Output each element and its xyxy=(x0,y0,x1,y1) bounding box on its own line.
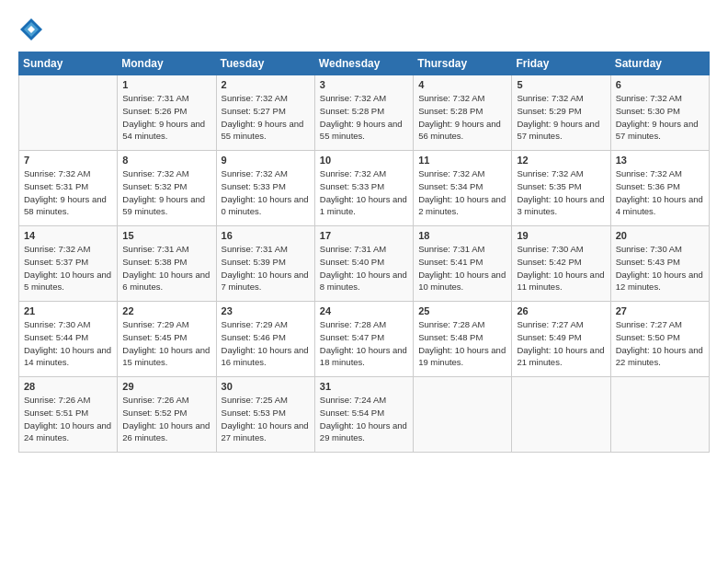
cell-info: Sunrise: 7:32 AMSunset: 5:37 PMDaylight:… xyxy=(24,243,112,293)
sunset-text: Sunset: 5:33 PM xyxy=(320,181,384,191)
day-number: 17 xyxy=(320,230,408,241)
sunrise-text: Sunrise: 7:28 AM xyxy=(418,319,484,329)
daylight-text: Daylight: 10 hours and 1 minute. xyxy=(320,194,407,217)
calendar-cell xyxy=(512,377,610,453)
daylight-text: Daylight: 9 hours and 56 minutes. xyxy=(418,119,501,142)
cell-info: Sunrise: 7:32 AMSunset: 5:28 PMDaylight:… xyxy=(320,92,408,143)
day-number: 16 xyxy=(222,230,310,241)
day-number: 26 xyxy=(517,305,605,316)
daylight-text: Daylight: 10 hours and 5 minutes. xyxy=(24,270,111,293)
cell-info: Sunrise: 7:29 AMSunset: 5:46 PMDaylight:… xyxy=(222,318,310,369)
daylight-text: Daylight: 10 hours and 2 minutes. xyxy=(418,194,506,217)
day-number: 22 xyxy=(122,305,210,316)
day-number: 2 xyxy=(222,79,310,90)
daylight-text: Daylight: 10 hours and 29 minutes. xyxy=(320,420,407,443)
sunrise-text: Sunrise: 7:29 AM xyxy=(222,319,288,329)
sunrise-text: Sunrise: 7:32 AM xyxy=(616,93,682,103)
day-number: 15 xyxy=(122,230,210,241)
calendar-cell: 26Sunrise: 7:27 AMSunset: 5:49 PMDayligh… xyxy=(512,302,610,377)
sunset-text: Sunset: 5:53 PM xyxy=(222,408,286,418)
daylight-text: Daylight: 10 hours and 22 minutes. xyxy=(616,345,703,368)
sunrise-text: Sunrise: 7:32 AM xyxy=(122,168,188,178)
sunset-text: Sunset: 5:35 PM xyxy=(517,181,581,191)
cell-info: Sunrise: 7:30 AMSunset: 5:44 PMDaylight:… xyxy=(24,318,112,369)
day-number: 23 xyxy=(222,305,310,316)
cell-info: Sunrise: 7:31 AMSunset: 5:41 PMDaylight:… xyxy=(418,243,506,293)
sunset-text: Sunset: 5:33 PM xyxy=(222,181,286,191)
daylight-text: Daylight: 10 hours and 8 minutes. xyxy=(320,270,407,293)
day-number: 4 xyxy=(418,79,506,90)
cell-info: Sunrise: 7:31 AMSunset: 5:38 PMDaylight:… xyxy=(122,243,210,293)
calendar-cell: 24Sunrise: 7:28 AMSunset: 5:47 PMDayligh… xyxy=(314,302,413,377)
day-number: 12 xyxy=(517,155,605,166)
calendar-cell: 4Sunrise: 7:32 AMSunset: 5:28 PMDaylight… xyxy=(414,75,512,151)
day-number: 19 xyxy=(517,230,605,241)
sunrise-text: Sunrise: 7:32 AM xyxy=(517,93,583,103)
day-number: 18 xyxy=(418,230,506,241)
sunset-text: Sunset: 5:44 PM xyxy=(24,332,88,342)
calendar-cell: 17Sunrise: 7:31 AMSunset: 5:40 PMDayligh… xyxy=(314,226,413,302)
calendar-cell: 18Sunrise: 7:31 AMSunset: 5:41 PMDayligh… xyxy=(414,226,512,302)
sunset-text: Sunset: 5:27 PM xyxy=(222,106,286,116)
col-header-saturday: Saturday xyxy=(610,52,709,75)
sunrise-text: Sunrise: 7:32 AM xyxy=(418,168,484,178)
cell-info: Sunrise: 7:24 AMSunset: 5:54 PMDaylight:… xyxy=(320,394,408,444)
calendar-cell: 30Sunrise: 7:25 AMSunset: 5:53 PMDayligh… xyxy=(216,377,314,453)
sunrise-text: Sunrise: 7:32 AM xyxy=(320,168,386,178)
daylight-text: Daylight: 10 hours and 11 minutes. xyxy=(517,270,604,293)
daylight-text: Daylight: 10 hours and 21 minutes. xyxy=(517,345,604,368)
calendar-cell: 19Sunrise: 7:30 AMSunset: 5:42 PMDayligh… xyxy=(512,226,610,302)
daylight-text: Daylight: 10 hours and 27 minutes. xyxy=(222,420,309,443)
sunset-text: Sunset: 5:32 PM xyxy=(122,181,187,191)
sunset-text: Sunset: 5:34 PM xyxy=(418,181,483,191)
day-number: 8 xyxy=(122,155,210,166)
cell-info: Sunrise: 7:32 AMSunset: 5:32 PMDaylight:… xyxy=(122,167,210,218)
sunset-text: Sunset: 5:26 PM xyxy=(122,106,187,116)
daylight-text: Daylight: 10 hours and 3 minutes. xyxy=(517,194,604,217)
calendar-cell: 27Sunrise: 7:27 AMSunset: 5:50 PMDayligh… xyxy=(610,302,709,377)
calendar-cell xyxy=(19,75,118,151)
cell-info: Sunrise: 7:29 AMSunset: 5:45 PMDaylight:… xyxy=(122,318,210,369)
sunrise-text: Sunrise: 7:31 AM xyxy=(320,244,386,254)
sunrise-text: Sunrise: 7:30 AM xyxy=(517,244,583,254)
sunrise-text: Sunrise: 7:30 AM xyxy=(24,319,90,329)
day-number: 25 xyxy=(418,305,506,316)
cell-info: Sunrise: 7:32 AMSunset: 5:35 PMDaylight:… xyxy=(517,167,605,218)
calendar-cell: 7Sunrise: 7:32 AMSunset: 5:31 PMDaylight… xyxy=(19,151,118,226)
sunrise-text: Sunrise: 7:31 AM xyxy=(418,244,484,254)
calendar-week-3: 14Sunrise: 7:32 AMSunset: 5:37 PMDayligh… xyxy=(19,226,710,302)
sunrise-text: Sunrise: 7:28 AM xyxy=(320,319,386,329)
sunrise-text: Sunrise: 7:27 AM xyxy=(616,319,682,329)
daylight-text: Daylight: 10 hours and 19 minutes. xyxy=(418,345,506,368)
sunset-text: Sunset: 5:54 PM xyxy=(320,408,384,418)
calendar-cell xyxy=(414,377,512,453)
calendar-cell: 21Sunrise: 7:30 AMSunset: 5:44 PMDayligh… xyxy=(19,302,118,377)
day-number: 14 xyxy=(24,230,112,241)
day-number: 7 xyxy=(24,155,112,166)
calendar-cell: 5Sunrise: 7:32 AMSunset: 5:29 PMDaylight… xyxy=(512,75,610,151)
day-number: 20 xyxy=(616,230,704,241)
calendar-cell: 1Sunrise: 7:31 AMSunset: 5:26 PMDaylight… xyxy=(118,75,216,151)
cell-info: Sunrise: 7:32 AMSunset: 5:36 PMDaylight:… xyxy=(616,167,704,218)
daylight-text: Daylight: 10 hours and 24 minutes. xyxy=(24,420,111,443)
calendar-cell: 14Sunrise: 7:32 AMSunset: 5:37 PMDayligh… xyxy=(19,226,118,302)
daylight-text: Daylight: 9 hours and 58 minutes. xyxy=(24,194,107,217)
calendar-week-1: 1Sunrise: 7:31 AMSunset: 5:26 PMDaylight… xyxy=(19,75,710,151)
sunset-text: Sunset: 5:30 PM xyxy=(616,106,680,116)
sunrise-text: Sunrise: 7:32 AM xyxy=(320,93,386,103)
sunset-text: Sunset: 5:51 PM xyxy=(24,408,88,418)
header xyxy=(18,17,710,42)
sunrise-text: Sunrise: 7:25 AM xyxy=(222,395,288,405)
sunrise-text: Sunrise: 7:32 AM xyxy=(616,168,682,178)
day-number: 29 xyxy=(122,381,210,392)
calendar-cell: 15Sunrise: 7:31 AMSunset: 5:38 PMDayligh… xyxy=(118,226,216,302)
day-number: 21 xyxy=(24,305,112,316)
sunrise-text: Sunrise: 7:32 AM xyxy=(517,168,583,178)
calendar-week-2: 7Sunrise: 7:32 AMSunset: 5:31 PMDaylight… xyxy=(19,151,710,226)
sunrise-text: Sunrise: 7:32 AM xyxy=(222,93,288,103)
daylight-text: Daylight: 9 hours and 57 minutes. xyxy=(517,119,599,142)
sunset-text: Sunset: 5:46 PM xyxy=(222,332,286,342)
cell-info: Sunrise: 7:30 AMSunset: 5:43 PMDaylight:… xyxy=(616,243,704,293)
calendar-cell: 29Sunrise: 7:26 AMSunset: 5:52 PMDayligh… xyxy=(118,377,216,453)
day-number: 9 xyxy=(222,155,310,166)
